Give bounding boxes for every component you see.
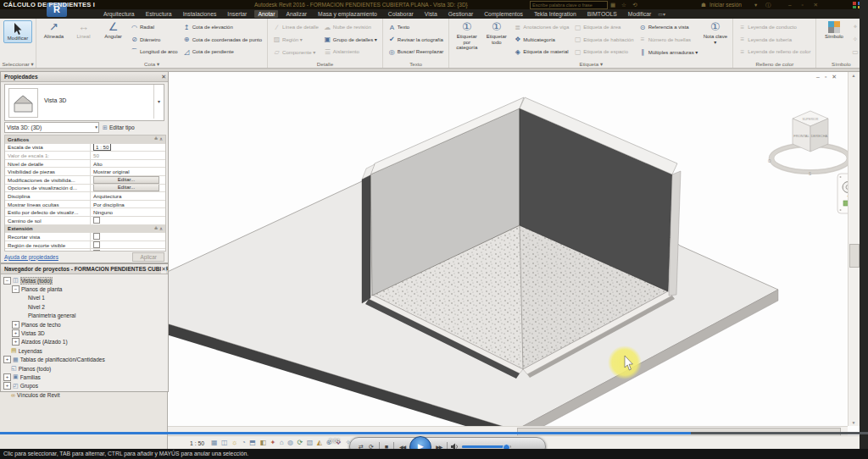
tab-estructura[interactable]: Estructura bbox=[142, 10, 175, 18]
properties-help-link[interactable]: Ayuda de propiedades bbox=[4, 254, 58, 260]
referencia-a-vista-button[interactable]: ⊙Referencia a vista bbox=[637, 21, 700, 34]
lineal-button[interactable]: ↔Lineal bbox=[70, 20, 97, 40]
panel-label-relleno-de-color[interactable]: Relleno de color bbox=[733, 61, 815, 67]
regi-n-button[interactable]: ▨Región ▾ bbox=[271, 34, 320, 47]
type-selector[interactable]: Vista 3D ▾ bbox=[4, 84, 164, 121]
volume-slider[interactable] bbox=[462, 445, 511, 448]
viewbar-icon-11[interactable]: ◭ bbox=[317, 440, 322, 446]
longitud-de-arco-button[interactable]: ⌒Longitud de arco bbox=[129, 46, 180, 58]
property-value[interactable]: 50 bbox=[90, 152, 165, 159]
checkbox[interactable] bbox=[93, 233, 100, 240]
viewbar-icon-2[interactable]: ☼ bbox=[231, 440, 237, 446]
close-icon[interactable]: ✕ bbox=[161, 72, 166, 81]
drawing-area[interactable] bbox=[167, 71, 860, 450]
tab-modificar[interactable]: Modificar bbox=[625, 10, 655, 18]
tab-arquitectura[interactable]: Arquitectura bbox=[100, 10, 138, 18]
property-value[interactable] bbox=[90, 241, 165, 249]
scroll-up-icon[interactable]: ▲ bbox=[849, 73, 859, 78]
video-progress-bar[interactable] bbox=[0, 432, 694, 434]
exchange-icon[interactable]: ▦ bbox=[610, 2, 615, 8]
tree-expander-icon[interactable]: + bbox=[3, 382, 11, 390]
multicategor-a-button[interactable]: ❖Multicategoría bbox=[512, 34, 570, 47]
viewbar-icon-7[interactable]: ⌂ bbox=[280, 440, 284, 446]
viewbar-icon-4[interactable]: ⬒ bbox=[249, 440, 256, 446]
signin-label[interactable]: Iniciar sesión bbox=[709, 2, 742, 8]
tab-gestionar[interactable]: Gestionar bbox=[445, 10, 476, 18]
panel-label-texto[interactable]: Texto bbox=[383, 61, 448, 67]
info-icon[interactable]: ⓘ bbox=[765, 2, 771, 9]
tree-expander-icon[interactable]: − bbox=[3, 277, 11, 285]
tab-anotar[interactable]: Anotar bbox=[254, 10, 278, 18]
tree-item-v-nculos-de-revit[interactable]: ∞Vínculos de Revit bbox=[3, 390, 168, 399]
etiqueta-de-habitaci-n-button[interactable]: ▢Etiqueta de habitación bbox=[572, 34, 635, 47]
property-value[interactable] bbox=[90, 217, 165, 224]
tree-item-tablas-de-planificaci-n-cantidades[interactable]: +▦Tablas de planificación/Cantidades bbox=[3, 356, 168, 364]
leyenda-de-conducto-button[interactable]: ≡Leyenda de conducto bbox=[737, 21, 812, 34]
vertical-scrollbar[interactable]: ▲ ▼ bbox=[848, 72, 860, 426]
buscar-reemplazar-button[interactable]: ◎Buscar/ Reemplazar bbox=[387, 46, 445, 58]
vertical-scroll-thumb[interactable] bbox=[849, 244, 860, 268]
window-buttons[interactable]: – ▫ ✕ bbox=[788, 2, 822, 8]
property-value[interactable]: Alto bbox=[90, 160, 165, 168]
tree-item-vistas-todo[interactable]: −◫Vistas (todo) bbox=[3, 276, 168, 285]
componente-button[interactable]: ▱Componente ▾ bbox=[271, 46, 320, 58]
viewbar-icon-5[interactable]: ◧ bbox=[259, 440, 266, 446]
di-metro-button[interactable]: ⊘Diámetro bbox=[129, 34, 180, 47]
properties-header[interactable]: Propiedades ✕ bbox=[1, 72, 168, 82]
viewbar-icon-1[interactable]: ◫ bbox=[221, 440, 228, 446]
nube-de-revisi-n-button[interactable]: ☁Nube de revisión bbox=[322, 21, 379, 34]
item-button[interactable]: ▭ bbox=[849, 46, 860, 58]
ribbon-collapse-icon[interactable]: ▭▾ bbox=[654, 11, 665, 17]
cota-de-elevaci-n-button[interactable]: ↥Cota de elevación bbox=[181, 21, 264, 34]
tree-expander-icon[interactable]: + bbox=[12, 329, 19, 337]
tree-item-vistas-3d[interactable]: +Vistas 3D bbox=[3, 329, 168, 337]
n-mero-de-huellas-button[interactable]: ≡Número de huellas bbox=[637, 34, 700, 47]
angular-button[interactable]: ∠Angular bbox=[99, 20, 127, 40]
dropdown-icon[interactable]: ▾ bbox=[754, 2, 757, 8]
revisar-la-ortograf-a-button[interactable]: ✔Revisar la ortografía bbox=[387, 34, 445, 47]
section-pin-icon[interactable]: ≙ ∧ bbox=[154, 226, 165, 231]
panel-label-seleccionar[interactable]: Seleccionar ▾ bbox=[0, 61, 36, 67]
panel-label-etiqueta[interactable]: Etiqueta ▾ bbox=[449, 61, 732, 67]
item-button[interactable]: ✧ bbox=[849, 34, 860, 47]
panel-label-s-mbolo[interactable]: Símbolo bbox=[816, 61, 860, 67]
etiquetar-por-categor-a-button[interactable]: ①Etiquetar por categoría bbox=[453, 20, 481, 51]
tree-item-leyendas[interactable]: ▤Leyendas bbox=[3, 346, 168, 355]
grupo-de-detalles-button[interactable]: ▣Grupo de detalles ▾ bbox=[322, 34, 379, 47]
edit-button[interactable]: Editar... bbox=[93, 185, 159, 192]
tree-item-familias[interactable]: +▣Familias bbox=[3, 373, 168, 381]
tab-analizar[interactable]: Analizar bbox=[282, 10, 310, 18]
modificar-button[interactable]: Modificar bbox=[3, 20, 32, 43]
alineada-button[interactable]: ↗Alineada bbox=[40, 20, 68, 40]
property-value[interactable]: Ninguno bbox=[90, 208, 165, 216]
edit-type-button[interactable]: ⊞ Editar tipo bbox=[103, 124, 135, 131]
etiquetar-todo-button[interactable]: ①Etiquetar todo bbox=[482, 20, 510, 45]
view-scale-label[interactable]: 1 : 50 bbox=[190, 440, 204, 446]
tab-bimtools[interactable]: BIMTOOLS bbox=[584, 10, 620, 18]
property-value[interactable] bbox=[90, 233, 165, 241]
leyenda-de-tuber-a-button[interactable]: ≡Leyenda de tubería bbox=[737, 34, 812, 47]
radial-button[interactable]: ◠Radial bbox=[129, 21, 180, 34]
view-filter-select[interactable]: Vista 3D: (3D) ▾ bbox=[4, 122, 99, 133]
tree-expander-icon[interactable]: + bbox=[12, 321, 19, 329]
apply-button[interactable]: Aplicar bbox=[132, 252, 164, 262]
s-mbolo-button[interactable]: Símbolo bbox=[820, 20, 848, 40]
etiqueta-de-material-button[interactable]: ◈Etiqueta de material bbox=[512, 46, 570, 58]
tree-item-nivel-1[interactable]: Nivel 1 bbox=[3, 294, 168, 302]
tab-tekla-integration[interactable]: Tekla Integration bbox=[531, 10, 580, 18]
video-progress-remainder[interactable] bbox=[691, 432, 868, 434]
property-value[interactable]: Por disciplina bbox=[90, 201, 165, 208]
tab-vista[interactable]: Vista bbox=[421, 10, 441, 18]
help-icon[interactable]: ☆ bbox=[621, 2, 626, 8]
browser-header[interactable]: Navegador de proyectos - FORMACION PENDI… bbox=[1, 264, 168, 274]
tree-expander-icon[interactable]: + bbox=[12, 338, 19, 346]
viewbar-icon-3[interactable]: ◔ bbox=[242, 440, 246, 446]
tab-insertar[interactable]: Insertar bbox=[224, 10, 250, 18]
tree-item-planos-todo[interactable]: ◱Planos (todo) bbox=[3, 364, 168, 373]
texto-button[interactable]: ATexto bbox=[387, 21, 445, 34]
viewbar-icon-0[interactable]: ▦ bbox=[211, 440, 218, 446]
property-value[interactable]: Editar... bbox=[90, 185, 165, 192]
tree-item-planimetr-a-general[interactable]: Planimetría general bbox=[3, 312, 168, 320]
nota-clave-button[interactable]: ①Nota clave ▾ bbox=[701, 20, 729, 45]
tab-colaborar[interactable]: Colaborar bbox=[385, 10, 417, 18]
